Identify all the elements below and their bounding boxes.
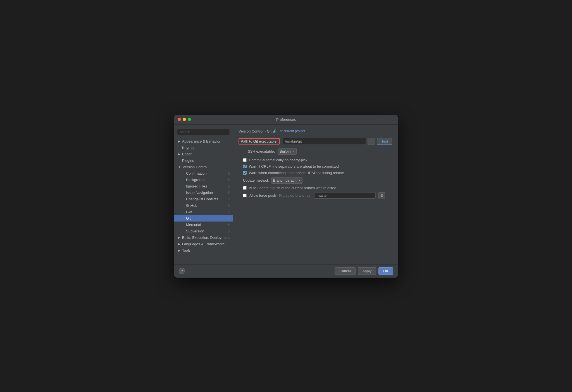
breadcrumb-sub: For current project (278, 129, 305, 133)
auto-update-checkbox[interactable] (243, 186, 247, 190)
ssh-select-wrapper: Built-in Native (278, 148, 297, 155)
copy-icon-github: ⎘ (228, 204, 230, 207)
arrow-icon-languages-frameworks: ▶ (178, 242, 180, 246)
sidebar-item-ignored-files[interactable]: Ignored Files⎘ (174, 183, 233, 189)
protected-list-button[interactable]: ⊞ (378, 192, 385, 199)
apply-button[interactable]: Apply (358, 267, 376, 275)
arrow-icon-tools: ▶ (178, 249, 180, 252)
sidebar-label-background: Background (186, 178, 228, 182)
sidebar-label-cvs: CVS (186, 210, 228, 214)
update-method-row: Update method: Branch default Merge Reba… (239, 177, 392, 184)
sidebar-item-editor[interactable]: ▶Editor (174, 151, 233, 157)
path-row: Path to Git executable: ... Test (239, 138, 392, 145)
sidebar-item-subversion[interactable]: Subversion⎘ (174, 228, 233, 234)
sidebar-item-confirmation[interactable]: Confirmation⎘ (174, 170, 233, 177)
warn-detached-label: Warn when committing in detached HEAD or… (249, 171, 344, 175)
copy-icon-changelist-conflicts: ⎘ (228, 197, 230, 201)
auto-commit-label: Commit automatically on cherry-pick (249, 158, 308, 162)
cancel-button[interactable]: Cancel (335, 267, 355, 275)
sidebar-item-background[interactable]: Background⎘ (174, 177, 233, 183)
preferences-window: Preferences ▶Appearance & BehaviorKeymap… (174, 115, 398, 278)
copy-icon-subversion: ⎘ (228, 229, 230, 233)
auto-commit-row: Commit automatically on cherry-pick (239, 158, 392, 162)
sidebar-label-keymap: Keymap (182, 146, 230, 150)
sidebar-label-plugins: Plugins (182, 158, 230, 163)
path-input[interactable] (283, 138, 366, 145)
sidebar-label-confirmation: Confirmation (186, 171, 228, 175)
copy-icon-background: ⎘ (228, 178, 230, 181)
sidebar-items-list: ▶Appearance & BehaviorKeymap▶EditorPlugi… (174, 138, 233, 254)
sidebar-item-keymap[interactable]: Keymap (174, 145, 233, 151)
force-push-row: Allow force push Protected branches: ⊞ (239, 192, 392, 199)
search-container (174, 127, 233, 138)
title-bar: Preferences (174, 115, 398, 125)
sidebar-item-changelist-conflicts[interactable]: Changelist Conflicts⎘ (174, 196, 233, 202)
arrow-icon-appearance-behavior: ▶ (178, 140, 180, 143)
protected-branches-label: Protected branches: (279, 193, 311, 198)
arrow-icon-version-control: ▼ (178, 165, 181, 169)
arrow-icon-build-execution: ▶ (178, 236, 180, 239)
arrow-icon-editor: ▶ (178, 153, 180, 156)
sidebar-item-build-execution[interactable]: ▶Build, Execution, Deployment (174, 234, 233, 241)
sidebar-label-editor: Editor (182, 152, 230, 156)
maximize-button[interactable] (188, 118, 191, 121)
copy-icon-confirmation: ⎘ (228, 172, 230, 175)
warn-crlf-label: Warn if CRLF line separators are about t… (249, 164, 339, 169)
bottom-actions: Cancel Apply OK (335, 267, 393, 275)
sidebar-item-version-control[interactable]: ▼Version Control (174, 164, 233, 170)
sidebar-label-appearance-behavior: Appearance & Behavior (182, 139, 230, 143)
window-title: Preferences (276, 117, 296, 122)
sidebar-item-plugins[interactable]: Plugins (174, 157, 233, 164)
link-icon: 🔗 (273, 129, 277, 133)
path-label: Path to Git executable: (239, 138, 280, 145)
update-method-select-wrapper: Branch default Merge Rebase (271, 177, 302, 184)
copy-icon-cvs: ⎘ (228, 210, 230, 213)
main-panel: Version Control › Git 🔗 For current proj… (233, 125, 398, 264)
path-input-row: ... Test (283, 138, 392, 145)
warn-crlf-row: Warn if CRLF line separators are about t… (239, 164, 392, 169)
minimize-button[interactable] (183, 118, 186, 121)
sidebar-item-git[interactable]: Git⎘ (174, 215, 233, 222)
sidebar-item-appearance-behavior[interactable]: ▶Appearance & Behavior (174, 138, 233, 145)
help-button[interactable]: ? (179, 268, 185, 274)
breadcrumb-path: Version Control (239, 129, 263, 133)
search-input[interactable] (177, 129, 230, 135)
sidebar-item-cvs[interactable]: CVS⎘ (174, 209, 233, 215)
bottom-bar: ? Cancel Apply OK (174, 264, 398, 278)
update-method-label: Update method: (243, 178, 269, 182)
breadcrumb-current: Git (267, 129, 271, 133)
sidebar-label-git: Git (186, 216, 228, 220)
auto-commit-checkbox[interactable] (243, 158, 247, 162)
sidebar-label-version-control: Version Control (183, 165, 230, 169)
protected-branches-input[interactable] (314, 192, 376, 199)
warn-crlf-checkbox[interactable] (243, 165, 247, 168)
sidebar-item-issue-navigation[interactable]: Issue Navigation⎘ (174, 189, 233, 196)
sidebar-label-languages-frameworks: Languages & Frameworks (182, 242, 230, 246)
copy-icon-mercurial: ⎘ (228, 223, 230, 226)
sidebar-item-languages-frameworks[interactable]: ▶Languages & Frameworks (174, 241, 233, 247)
sidebar-item-github[interactable]: GitHub⎘ (174, 202, 233, 209)
ok-button[interactable]: OK (378, 267, 393, 275)
sidebar-item-tools[interactable]: ▶Tools (174, 247, 233, 254)
close-button[interactable] (178, 118, 181, 121)
browse-button[interactable]: ... (368, 138, 375, 145)
content-area: ▶Appearance & BehaviorKeymap▶EditorPlugi… (174, 125, 398, 264)
sidebar-label-github: GitHub (186, 203, 228, 208)
sidebar-label-tools: Tools (182, 248, 230, 252)
breadcrumb-sep: › (264, 129, 266, 133)
ssh-row: SSH executable: Built-in Native (239, 148, 392, 155)
sidebar-item-mercurial[interactable]: Mercurial⎘ (174, 222, 233, 228)
force-push-checkbox[interactable] (243, 194, 247, 197)
copy-icon-issue-navigation: ⎘ (228, 191, 230, 194)
sidebar-label-issue-navigation: Issue Navigation (186, 191, 228, 195)
test-button[interactable]: Test (377, 138, 392, 145)
warn-detached-checkbox[interactable] (243, 171, 247, 175)
sidebar: ▶Appearance & BehaviorKeymap▶EditorPlugi… (174, 125, 233, 264)
force-push-label: Allow force push (249, 193, 276, 198)
ssh-select[interactable]: Built-in Native (278, 148, 297, 155)
auto-update-label: Auto-update if push of the current branc… (249, 186, 336, 190)
sidebar-label-build-execution: Build, Execution, Deployment (182, 235, 230, 240)
warn-detached-row: Warn when committing in detached HEAD or… (239, 171, 392, 175)
sidebar-label-changelist-conflicts: Changelist Conflicts (186, 197, 228, 201)
update-method-select[interactable]: Branch default Merge Rebase (271, 177, 302, 184)
